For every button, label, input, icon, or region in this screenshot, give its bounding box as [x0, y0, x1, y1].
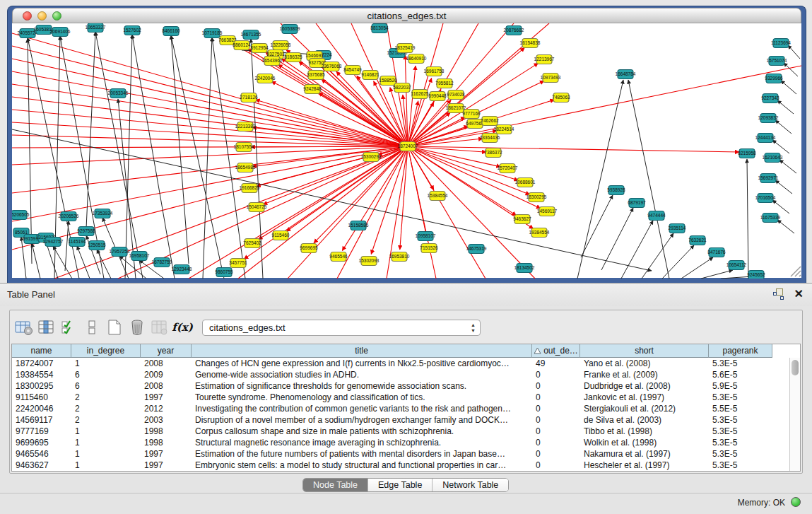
graph-node[interactable]: 10719185: [202, 29, 223, 38]
graph-node[interactable]: 15046725: [247, 203, 267, 212]
window-titlebar[interactable]: citations_edges.txt: [12, 8, 801, 23]
citation-edge[interactable]: [581, 195, 613, 257]
graph-node[interactable]: 6879197: [628, 199, 646, 208]
graph-node[interactable]: 12213383: [235, 122, 256, 132]
citation-edge[interactable]: [747, 159, 748, 279]
graph-node[interactable]: 20876682: [504, 26, 524, 35]
resize-grip[interactable]: [791, 267, 801, 276]
graph-node[interactable]: 15751074: [767, 57, 787, 66]
network-canvas[interactable]: 2405572416053813206914061065332715276028…: [12, 23, 801, 278]
table-row[interactable]: 969969511998Structural magnetic resonanc…: [12, 437, 789, 448]
table-row[interactable]: 2242004622012Investigating the contribut…: [12, 403, 789, 414]
citation-edge[interactable]: [252, 146, 408, 167]
graph-node[interactable]: 23676068: [322, 62, 342, 71]
citation-edge[interactable]: [86, 32, 95, 228]
graph-node[interactable]: 10973493: [541, 74, 561, 83]
tab-edge-table[interactable]: Edge Table: [368, 479, 433, 491]
citation-edge[interactable]: [125, 35, 132, 279]
graph-node[interactable]: 7625402: [243, 239, 261, 248]
graph-node[interactable]: 3375685: [307, 71, 325, 80]
citation-edge[interactable]: [12, 146, 408, 221]
graph-node[interactable]: 11123694: [771, 39, 791, 48]
graph-node[interactable]: 16648784: [616, 70, 636, 79]
graph-node[interactable]: 10653327: [86, 23, 106, 33]
graph-node[interactable]: 11675339: [760, 214, 781, 223]
graph-node[interactable]: 12093832: [758, 114, 779, 123]
graph-node[interactable]: 12923448: [172, 265, 192, 274]
graph-node[interactable]: 15300293: [361, 153, 382, 162]
graph-node[interactable]: 16961758: [424, 67, 445, 76]
graph-node[interactable]: 9463627: [513, 215, 531, 224]
graph-node[interactable]: 16543962: [262, 57, 283, 66]
graph-node[interactable]: 16958107: [129, 252, 150, 261]
tab-network-table[interactable]: Network Table: [433, 479, 508, 491]
graph-node[interactable]: 15692971: [758, 174, 779, 183]
graph-node[interactable]: 15384554: [428, 192, 448, 201]
graph-node[interactable]: 9245652: [747, 271, 765, 279]
graph-node[interactable]: 1527602: [123, 26, 141, 35]
graph-node[interactable]: 18654985: [235, 163, 256, 173]
graph-node[interactable]: 18224514: [494, 125, 514, 134]
citation-edge[interactable]: [400, 146, 408, 250]
graph-node[interactable]: 10654112: [726, 261, 747, 270]
citation-edge[interactable]: [701, 270, 733, 279]
citation-edge[interactable]: [777, 220, 794, 233]
import-table-icon[interactable]: [148, 317, 171, 338]
graph-node[interactable]: 8454749: [343, 66, 362, 75]
graph-node[interactable]: 9465546: [329, 252, 348, 262]
table-row[interactable]: 1456911722003Disruption of a novel membe…: [12, 414, 789, 426]
graph-node[interactable]: 20691406: [50, 28, 71, 37]
citation-edge[interactable]: [577, 80, 623, 279]
graph-node[interactable]: 18325419: [395, 44, 416, 53]
column-header-short[interactable]: short: [580, 344, 709, 358]
graph-node[interactable]: 18724007: [398, 142, 418, 151]
citation-edge[interactable]: [772, 140, 789, 153]
column-header-pagerank[interactable]: pagerank: [709, 344, 772, 358]
citation-edge[interactable]: [203, 37, 212, 279]
graph-node[interactable]: 5822037: [393, 83, 411, 93]
citation-edge[interactable]: [286, 146, 408, 231]
graph-node[interactable]: 16210643: [763, 153, 783, 163]
table-row[interactable]: 946554611997Estimation of the future num…: [12, 448, 789, 460]
citation-edge[interactable]: [46, 242, 58, 279]
graph-node[interactable]: 9115460: [272, 231, 290, 240]
graph-node[interactable]: 16053809: [280, 25, 300, 34]
graph-node[interactable]: 10688601: [515, 178, 536, 187]
graph-node[interactable]: 8186325: [284, 53, 302, 62]
citation-edge[interactable]: [132, 35, 175, 279]
citation-edge[interactable]: [171, 35, 189, 264]
column-header-title[interactable]: title: [192, 344, 532, 358]
graph-node[interactable]: 9329966: [765, 74, 783, 83]
graph-node[interactable]: 18640910: [406, 54, 427, 64]
graph-node[interactable]: 6990448: [428, 92, 447, 101]
graph-node[interactable]: 10958107: [416, 232, 436, 241]
graph-node[interactable]: 14671355: [241, 30, 261, 40]
function-builder-icon[interactable]: f(x): [171, 317, 194, 338]
graph-node[interactable]: 8912954: [250, 44, 269, 53]
graph-node[interactable]: 16154838: [520, 39, 541, 48]
column-header-year[interactable]: year: [141, 344, 192, 358]
select-all-rows-icon[interactable]: [58, 317, 81, 338]
graph-node[interactable]: 15158586: [348, 221, 369, 230]
citation-edge[interactable]: [371, 146, 408, 255]
column-header-out_de[interactable]: out_de…: [532, 344, 580, 358]
graph-node[interactable]: 16953810: [389, 252, 410, 262]
citation-edge[interactable]: [781, 81, 796, 94]
graph-node[interactable]: 13226058: [271, 41, 291, 50]
graph-node[interactable]: 20206526: [59, 212, 79, 221]
graph-node[interactable]: 18107554: [234, 143, 254, 152]
graph-node[interactable]: 19166825: [240, 184, 260, 193]
graph-node[interactable]: 7955812: [435, 79, 454, 88]
minimize-window-button[interactable]: [37, 11, 47, 21]
citation-edge[interactable]: [12, 129, 652, 271]
table-row[interactable]: 1872400712008Changes of HCN gene express…: [12, 358, 789, 369]
graph-node[interactable]: 8471676: [707, 248, 726, 257]
graph-node[interactable]: 17016504: [755, 194, 776, 203]
column-header-name[interactable]: name: [12, 344, 71, 358]
citation-edge[interactable]: [271, 81, 408, 146]
table-settings-icon[interactable]: [13, 317, 35, 338]
graph-node[interactable]: 15720407: [498, 164, 518, 173]
table-row[interactable]: 946362711997Embryonic stem cells: a mode…: [12, 460, 789, 471]
citation-edge[interactable]: [628, 80, 669, 279]
graph-node[interactable]: 12444134: [755, 134, 776, 143]
